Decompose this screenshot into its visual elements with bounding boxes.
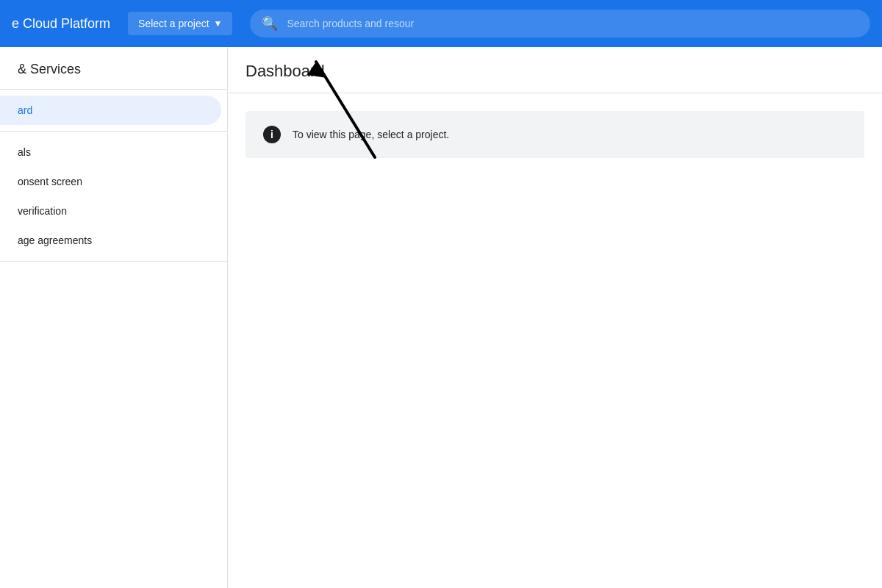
sidebar: & Services ard als onsent screen verific… xyxy=(0,47,228,588)
search-bar[interactable]: 🔍 xyxy=(250,10,870,37)
sidebar-header: & Services xyxy=(0,47,227,90)
sidebar-item-domain-verification[interactable]: verification xyxy=(0,196,221,226)
nav-divider-1 xyxy=(0,131,227,132)
sidebar-nav: ard als onsent screen verification age a… xyxy=(0,90,227,262)
sidebar-item-credentials[interactable]: als xyxy=(0,137,221,167)
info-icon: i xyxy=(263,126,281,143)
sidebar-item-oauth-consent[interactable]: onsent screen xyxy=(0,167,221,196)
info-banner: i To view this page, select a project. xyxy=(245,111,864,158)
chevron-down-icon: ▼ xyxy=(214,18,223,29)
sidebar-item-page-agreements[interactable]: age agreements xyxy=(0,226,221,255)
page-body: i To view this page, select a project. xyxy=(228,93,882,176)
info-message: To view this page, select a project. xyxy=(293,129,449,140)
sidebar-item-dashboard[interactable]: ard xyxy=(0,96,221,125)
main-content: Dashboard i To view this page, select a … xyxy=(228,47,882,588)
page-title: Dashboard xyxy=(228,47,882,93)
nav-divider-2 xyxy=(0,261,227,262)
search-input[interactable] xyxy=(287,18,858,29)
project-selector-label: Select a project xyxy=(138,18,209,29)
project-selector[interactable]: Select a project ▼ xyxy=(128,12,232,35)
page-layout: & Services ard als onsent screen verific… xyxy=(0,47,882,588)
top-navbar: e Cloud Platform Select a project ▼ 🔍 xyxy=(0,0,882,47)
app-title: e Cloud Platform xyxy=(12,16,110,32)
search-icon: 🔍 xyxy=(262,15,278,32)
